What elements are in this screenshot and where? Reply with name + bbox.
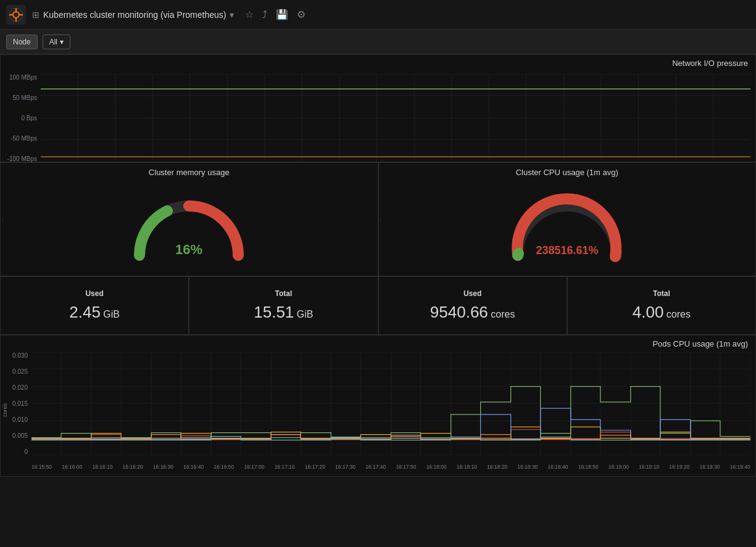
all-filter-button[interactable]: All ▾ <box>43 35 70 49</box>
pods-chart-svg <box>31 352 750 455</box>
network-chart-content <box>41 74 750 162</box>
cpu-gauge-container: 238516.61% <box>379 179 756 276</box>
memory-total-value: 15.51 GiB <box>254 303 313 322</box>
network-y-axis: 100 MBps 50 MBps 0 Bps -50 MBps -100 MBp… <box>1 74 41 162</box>
memory-used-value: 2.45 GiB <box>69 303 120 322</box>
cpu-gauge-panel: ⋮ Cluster CPU usage (1m avg) 238516.61% <box>378 162 757 276</box>
network-chart-area: 100 MBps 50 MBps 0 Bps -50 MBps -100 MBp… <box>1 69 755 177</box>
memory-used-box: Used 2.45 GiB <box>0 276 189 335</box>
app-header: ⊞ Kubernetes cluster monitoring (via Pro… <box>0 0 756 30</box>
network-io-panel: Network I/O pressure 100 MBps 50 MBps 0 … <box>0 54 756 162</box>
network-chart-title: Network I/O pressure <box>1 55 755 69</box>
svg-text:238516.61%: 238516.61% <box>536 244 598 257</box>
memory-gauge-svg: 16% <box>127 187 251 268</box>
cpu-gauge-svg: 238516.61% <box>505 187 629 268</box>
svg-text:16%: 16% <box>175 242 202 257</box>
stats-row: Used 2.45 GiB Total 15.51 GiB Used 9540.… <box>0 276 756 335</box>
header-actions: ☆ ⤴ 💾 ⚙ <box>245 9 305 20</box>
memory-total-label: Total <box>275 289 292 298</box>
pods-cpu-panel: ⋮ Pods CPU usage (1m avg) 0.030 0.025 0.… <box>0 335 756 477</box>
pods-y-label: cores <box>2 403 8 416</box>
dashboard-title: Kubernetes cluster monitoring (via Prome… <box>43 10 226 20</box>
all-label: All <box>49 38 57 46</box>
cpu-used-label: Used <box>463 289 481 298</box>
memory-gauge-panel: ⋮ Cluster memory usage 16% <box>0 162 378 276</box>
cpu-used-box: Used 9540.66 cores <box>378 276 567 335</box>
network-chart-svg <box>41 74 750 162</box>
memory-used-label: Used <box>85 289 103 298</box>
toolbar: Node All ▾ <box>0 30 756 54</box>
all-chevron: ▾ <box>60 38 64 46</box>
cpu-total-label: Total <box>653 289 670 298</box>
node-filter-button[interactable]: Node <box>6 35 38 49</box>
cpu-used-value: 9540.66 cores <box>430 303 515 322</box>
share-icon[interactable]: ⤴ <box>262 9 267 20</box>
pods-x-axis: 16:15:50 16:16:00 16:16:10 16:16:20 16:1… <box>31 464 750 470</box>
memory-gauge-container: 16% <box>1 179 378 276</box>
cpu-gauge-title: Cluster CPU usage (1m avg) <box>516 168 618 177</box>
star-icon[interactable]: ☆ <box>245 9 254 20</box>
cpu-total-box: Total 4.00 cores <box>567 276 756 335</box>
grid-icon: ⊞ <box>32 10 39 20</box>
settings-icon[interactable]: ⚙ <box>297 9 305 20</box>
memory-total-box: Total 15.51 GiB <box>189 276 378 335</box>
save-icon[interactable]: 💾 <box>276 9 288 20</box>
title-chevron[interactable]: ▾ <box>230 10 234 20</box>
cpu-total-value: 4.00 cores <box>633 303 691 322</box>
memory-gauge-title: Cluster memory usage <box>149 168 230 177</box>
dashboard-title-area: ⊞ Kubernetes cluster monitoring (via Pro… <box>32 10 234 20</box>
pods-chart-area: 0.030 0.025 0.020 0.015 0.010 0.005 0 co… <box>1 350 755 470</box>
pods-chart-title: Pods CPU usage (1m avg) <box>1 335 755 350</box>
grafana-logo-button[interactable] <box>6 5 26 25</box>
gauges-row: ⋮ Cluster memory usage 16% ⋮ Cluster CPU… <box>0 162 756 276</box>
